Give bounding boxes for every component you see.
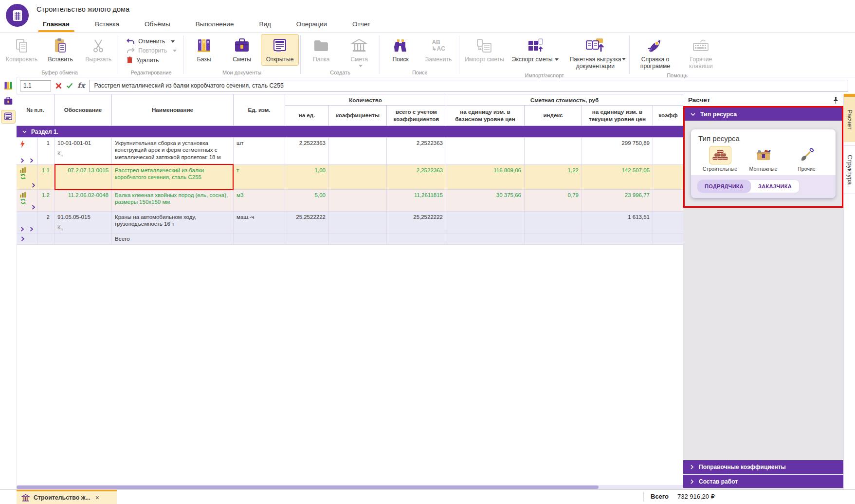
folder-button[interactable]: Папка — [302, 34, 340, 66]
row-num[interactable]: 1.2 — [38, 190, 55, 212]
row-qty-per-unit[interactable]: 5,00 — [285, 190, 329, 212]
estimate-dropdown-caret[interactable] — [359, 65, 363, 67]
row-qty-coeff[interactable] — [329, 165, 387, 190]
row-cost-coeff[interactable] — [653, 212, 683, 234]
row-cost-coeff[interactable] — [653, 138, 683, 165]
row-cost-index[interactable] — [525, 234, 582, 245]
row-name[interactable]: Укрупнительная сборка и установка констр… — [112, 138, 234, 165]
strip-estimates-icon[interactable] — [1, 94, 16, 108]
document-tab[interactable]: Строительство ж... × — [17, 490, 117, 504]
tab-glavnaya[interactable]: Главная — [43, 17, 70, 32]
scrollbar-thumb[interactable] — [17, 486, 599, 489]
copy-button[interactable]: Копировать — [2, 34, 41, 66]
row-cost-current[interactable] — [582, 234, 653, 245]
row-name[interactable]: Краны на автомобильном ходу, грузоподъем… — [112, 212, 234, 234]
batch-export-button[interactable]: Пакетная выгрузка документации — [563, 34, 628, 72]
row-cost-base[interactable] — [446, 234, 525, 245]
row-cost-current[interactable]: 1 613,51 — [582, 212, 653, 234]
row-qty-total[interactable]: 2,2522363 — [387, 165, 446, 190]
table-row-selected[interactable]: 1.1 07.2.07.13-0015 Расстрел металлическ… — [17, 165, 683, 190]
row-marker-cell[interactable] — [17, 190, 38, 212]
row-qty-coeff[interactable] — [329, 212, 387, 234]
option-stroitelnye[interactable]: Строительные — [698, 146, 742, 172]
row-cost-index[interactable] — [525, 212, 582, 234]
table-row[interactable]: 1 10-01-001-01 Кп Укрупнительная сборка … — [17, 138, 683, 165]
tab-otchet[interactable]: Отчет — [352, 17, 370, 32]
tab-vid[interactable]: Вид — [259, 17, 271, 32]
horizontal-scrollbar[interactable] — [17, 485, 683, 489]
row-unit[interactable]: шт — [234, 138, 285, 165]
tab-obyomy[interactable]: Объёмы — [145, 17, 170, 32]
option-montazhnye[interactable]: Монтажные — [742, 146, 785, 172]
row-num[interactable] — [38, 234, 55, 245]
header-qty-per-unit[interactable]: на ед. — [285, 106, 329, 126]
row-qty-total[interactable]: 2,2522363 — [387, 138, 446, 165]
header-cost-current[interactable]: на единицу изм. в текущем уровне цен — [582, 106, 653, 126]
row-cost-base[interactable]: 116 809,06 — [446, 165, 525, 190]
estimates-button[interactable]: Сметы — [223, 34, 261, 66]
row-marker-cell[interactable] — [17, 234, 38, 245]
search-button[interactable]: Поиск — [382, 34, 419, 66]
row-cost-index[interactable]: 0,79 — [525, 190, 582, 212]
chevron-right-icon[interactable] — [21, 236, 25, 241]
header-cost-base[interactable]: на единицу изм. в базисном уровне цен — [446, 106, 525, 126]
row-cost-current[interactable]: 299 750,89 — [582, 138, 653, 165]
export-estimate-button[interactable]: Экспорт сметы — [508, 34, 563, 66]
header-name[interactable]: Наименование — [112, 94, 234, 126]
side-tab-raschet[interactable]: Расчет — [844, 97, 855, 142]
row-num[interactable]: 2 — [38, 212, 55, 234]
chevron-right-icon[interactable] — [32, 183, 36, 188]
tab-vstavka[interactable]: Вставка — [95, 17, 119, 32]
cut-button[interactable]: Вырезать — [79, 34, 117, 66]
hotkeys-button[interactable]: Горячие клавиши — [679, 34, 723, 72]
opened-button[interactable]: Открытые — [261, 34, 299, 66]
chevron-right-icon[interactable] — [30, 158, 34, 163]
tab-vypolnenie[interactable]: Выполнение — [196, 17, 234, 32]
cell-reference-input[interactable]: 1.1 — [20, 80, 51, 91]
import-estimate-button[interactable]: Импорт сметы — [461, 34, 508, 66]
row-qty-coeff[interactable] — [329, 138, 387, 165]
row-unit[interactable]: маш.-ч — [234, 212, 285, 234]
app-logo-icon[interactable] — [6, 4, 29, 27]
delete-button[interactable]: Удалить — [127, 56, 177, 64]
redo-dropdown-caret[interactable] — [173, 50, 177, 52]
row-cost-coeff[interactable] — [653, 234, 683, 245]
option-prochie[interactable]: Прочие — [785, 146, 828, 172]
row-qty-total[interactable] — [387, 234, 446, 245]
estimate-create-button[interactable]: Смета — [340, 34, 378, 70]
cancel-icon[interactable] — [55, 83, 62, 89]
export-dropdown-caret[interactable] — [555, 58, 559, 61]
tab-operacii[interactable]: Операции — [296, 17, 327, 32]
row-qty-per-unit[interactable]: 1,00 — [285, 165, 329, 190]
header-cost-index[interactable]: индекс — [525, 106, 582, 126]
row-cost-index[interactable]: 1,22 — [525, 165, 582, 190]
batch-dropdown-caret[interactable] — [622, 58, 626, 60]
row-qty-total[interactable]: 25,2522222 — [387, 212, 446, 234]
undo-dropdown-caret[interactable] — [171, 40, 175, 43]
section-popravochnye[interactable]: Поправочные коэффициенты — [683, 460, 843, 474]
row-cost-base[interactable] — [446, 138, 525, 165]
row-cost-current[interactable]: 23 996,77 — [582, 190, 653, 212]
side-tab-struktura[interactable]: Структура — [844, 145, 855, 194]
row-cost-base[interactable] — [446, 212, 525, 234]
row-cost-coeff[interactable] — [653, 165, 683, 190]
total-row[interactable]: Всего — [17, 234, 683, 245]
row-cost-coeff[interactable] — [653, 190, 683, 212]
formula-input[interactable]: Расстрел металлический из балки коробчат… — [89, 80, 848, 92]
header-justification[interactable]: Обоснование — [55, 94, 112, 126]
section-sostav-rabot[interactable]: Состав работ — [683, 475, 843, 488]
header-cost-coeff[interactable]: коэфф — [653, 106, 683, 126]
row-unit[interactable]: т — [234, 165, 285, 190]
row-marker-cell[interactable] — [17, 138, 38, 165]
table-row[interactable]: 2 91.05.05-015 Кп Краны на автомобильном… — [17, 212, 683, 234]
row-qty-per-unit[interactable]: 2,2522363 — [285, 138, 329, 165]
header-num[interactable]: № п.п. — [17, 94, 55, 126]
row-justification[interactable] — [55, 234, 112, 245]
row-qty-coeff[interactable] — [329, 190, 387, 212]
help-button[interactable]: Справка о программе — [631, 34, 679, 72]
header-qty-coeff[interactable]: коэффициенты — [329, 106, 387, 126]
strip-bases-icon[interactable] — [1, 79, 16, 92]
row-marker-cell[interactable] — [17, 212, 38, 234]
row-name[interactable]: Балка клееная хвойных пород (ель, сосна)… — [112, 190, 234, 212]
chevron-right-icon[interactable] — [20, 158, 24, 163]
